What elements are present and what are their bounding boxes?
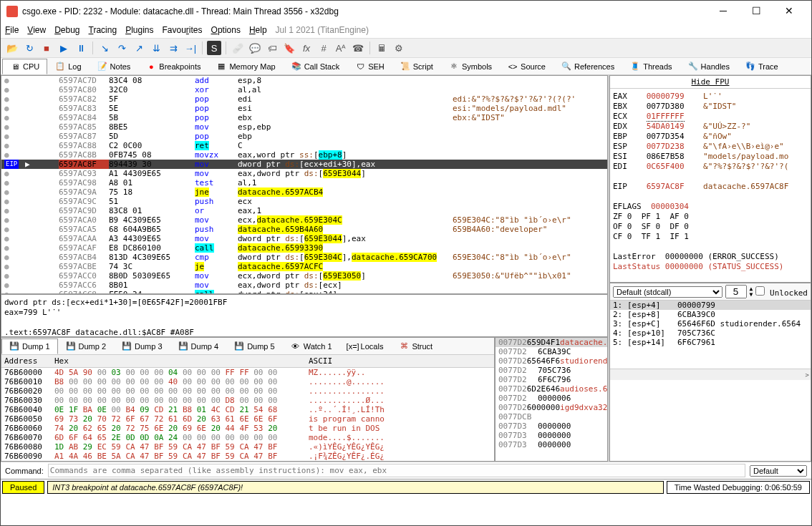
dump-col-hex[interactable]: Hex: [54, 356, 309, 366]
patches-icon[interactable]: 🩹: [231, 41, 245, 55]
tab-memorymap[interactable]: ▦Memory Map: [208, 59, 283, 74]
unlocked-checkbox[interactable]: [755, 286, 765, 296]
tab-locals[interactable]: [x=]Locals: [340, 339, 392, 354]
disasm-row[interactable]: ●6597ACAAA3 44309E65movdword ptr ds:[659…: [1, 234, 607, 243]
disasm-row[interactable]: ●6597ACC68B01moveax,dword ptr ds:[ecx]: [1, 281, 607, 290]
functions-icon[interactable]: fx: [299, 41, 314, 55]
stack-row[interactable]: 0077D30000000: [496, 422, 607, 431]
disasm-row[interactable]: ●6597ACBE74 3Cjedatacache.6597ACFC: [1, 262, 607, 271]
disasm-row[interactable]: ●6597AC98A8 01testal,1: [1, 178, 607, 187]
tab-cpu[interactable]: 🖥CPU: [2, 59, 47, 74]
tab-references[interactable]: 🔍References: [554, 59, 622, 74]
arg-row[interactable]: 3:[esp+C]65646F6D studiorender.6564: [610, 319, 811, 328]
dump-row[interactable]: 76B6002000 00 00 00 00 00 00 00 00 00 00…: [1, 386, 494, 396]
dump-row[interactable]: 76B6006074 20 62 65 20 72 75 6E 20 69 6E…: [1, 424, 494, 433]
tab-seh[interactable]: 🛡SEH: [347, 59, 392, 74]
stack-row[interactable]: 0077D265646F6studiorender.65646F6D: [496, 356, 607, 366]
stack-row[interactable]: 0077D26CBA39C: [496, 347, 607, 356]
disasm-row[interactable]: ●6597AC8B0FB745 08movzxeax,word ptr ss:[…: [1, 150, 607, 160]
disasm-row[interactable]: ●6597ACA568 604A9B65pushdatacache.659B4A…: [1, 225, 607, 234]
disasm-row[interactable]: EIP ▶6597AC8F894439 30movdword ptr ds:[e…: [1, 160, 607, 169]
stack-row[interactable]: 0077D26F6C796: [496, 375, 607, 384]
disasm-row[interactable]: ●6597AC93A1 44309E65moveax,dword ptr ds:…: [1, 169, 607, 178]
arg-row[interactable]: 5:[esp+14]6F6C7961: [610, 338, 811, 347]
tab-threads[interactable]: 🧵Threads: [622, 59, 680, 74]
dump-row[interactable]: 76B600801D AB 29 EC 59 CA 47 BF 59 CA 47…: [1, 442, 494, 452]
tab-dump4[interactable]: 💾Dump 4: [170, 339, 227, 354]
minimize-button[interactable]: ─: [707, 1, 740, 22]
disasm-row[interactable]: ●6597AC825Fpopediedi:&"?%?$?&?$?'?&?'?(?…: [1, 94, 607, 104]
command-input[interactable]: [48, 464, 745, 477]
dump-row[interactable]: 76B60090A1 4A 46 BE 5A CA 47 BF 59 CA 47…: [1, 452, 494, 461]
calls-icon[interactable]: ☎: [351, 41, 365, 55]
calling-convention-select[interactable]: Default (stdcall): [613, 286, 722, 298]
menu-view[interactable]: View: [27, 25, 46, 35]
disasm-row[interactable]: ●6597AC835Epopesiesi:"models/payload.mdl…: [1, 104, 607, 113]
run-icon[interactable]: ▶: [57, 41, 71, 55]
command-preset-select[interactable]: Default: [750, 465, 807, 477]
tab-watch1[interactable]: 👁Watch 1: [283, 339, 340, 354]
bookmarks-icon[interactable]: 🔖: [282, 41, 296, 55]
disasm-row[interactable]: ●6597AC8032C0xoral,al: [1, 85, 607, 94]
stack-row[interactable]: 0077D30000000: [496, 440, 607, 449]
maximize-button[interactable]: ☐: [740, 1, 773, 22]
disasm-row[interactable]: ●6597ACC8FF50 34calldword ptr ds:[eax+34…: [1, 290, 607, 294]
disasm-row[interactable]: ●6597AC9D83C8 01oreax,1: [1, 206, 607, 215]
tab-dump3[interactable]: 💾Dump 3: [114, 339, 170, 354]
traceover-icon[interactable]: ⇉: [166, 41, 180, 55]
stack-row[interactable]: 0077D30000000: [496, 431, 607, 440]
stack-row[interactable]: 0077D2659D4F1datacache.659D4F18: [496, 338, 607, 347]
arg-row[interactable]: 4:[esp+10]705C736C: [610, 328, 811, 338]
disasm-row[interactable]: ●6597AC9C51pushecx: [1, 197, 607, 206]
close-button[interactable]: ✕: [773, 1, 806, 22]
dump-row[interactable]: 76B600004D 5A 90 00 03 00 00 00 04 00 00…: [1, 368, 494, 377]
menu-help[interactable]: Help: [249, 25, 267, 35]
disasm-row[interactable]: ●6597AC9A75 18jnedatacache.6597ACB4: [1, 187, 607, 197]
disasm-row[interactable]: ●6597ACA0B9 4C309E65movecx,datacache.659…: [1, 215, 607, 225]
stepout-icon[interactable]: ↗: [132, 41, 146, 55]
tab-handles[interactable]: 🔧Handles: [680, 59, 738, 74]
comments-icon[interactable]: 💬: [248, 41, 262, 55]
dump-col-address[interactable]: Address: [4, 356, 54, 366]
open-icon[interactable]: 📂: [5, 41, 19, 55]
arg-count-input[interactable]: [725, 285, 747, 298]
menu-tracing[interactable]: Tracing: [89, 25, 117, 35]
disasm-row[interactable]: ●6597ACC08B0D 50309E65movecx,dword ptr d…: [1, 271, 607, 281]
stack-row[interactable]: 0077DCB: [496, 412, 607, 422]
tab-breakpoints[interactable]: ●Breakpoints: [138, 59, 208, 74]
tab-trace[interactable]: 👣Trace: [738, 59, 786, 74]
stack-row[interactable]: 0077D2705C736: [496, 366, 607, 375]
arguments-pane[interactable]: Default (stdcall) ▲▼ Unlocked 1:[esp+4]0…: [609, 283, 811, 462]
disasm-row[interactable]: ●6597AC88C2 0C00retC: [1, 141, 607, 150]
dump-col-ascii[interactable]: ASCII: [309, 356, 332, 366]
menu-favourites[interactable]: Favourites: [163, 25, 203, 35]
disasm-row[interactable]: ●6597ACB4813D 4C309E65cmpdword ptr ds:[6…: [1, 253, 607, 262]
arg-row[interactable]: 1:[esp+4]00000799: [610, 301, 811, 310]
stack-pane[interactable]: 0077D2659D4F1datacache.659D4F180077D26CB…: [495, 337, 608, 462]
disasm-row[interactable]: ●6597AC845Bpopebxebx:&"IDST": [1, 113, 607, 122]
tab-dump1[interactable]: 💾Dump 1: [1, 339, 58, 354]
disasm-row[interactable]: ●6597AC858BE5movesp,ebp: [1, 122, 607, 132]
menu-debug[interactable]: Debug: [54, 25, 79, 35]
strings-icon[interactable]: Aᴬ: [334, 41, 348, 55]
tab-script[interactable]: 📜Script: [392, 59, 441, 74]
stop-icon[interactable]: ■: [39, 41, 54, 55]
dump-pane[interactable]: 💾Dump 1 💾Dump 2 💾Dump 3 💾Dump 4 💾Dump 5 …: [1, 337, 495, 462]
variables-icon[interactable]: #: [316, 41, 331, 55]
restart-icon[interactable]: ↻: [22, 41, 37, 55]
arg-row[interactable]: 2:[esp+8]6CBA39C0: [610, 310, 811, 319]
tab-struct[interactable]: ⌘Struct: [391, 339, 440, 354]
tab-symbols[interactable]: ⚛Symbols: [441, 59, 500, 74]
disasm-row[interactable]: ●6597AC7D83C4 08addesp,8: [1, 76, 607, 85]
stack-row[interactable]: 0077D26D2E646audioses.6D2E6461: [496, 384, 607, 394]
menu-options[interactable]: Options: [211, 25, 241, 35]
disassembly-pane[interactable]: ●6597AC7D83C4 08addesp,8●6597AC8032C0xor…: [1, 75, 608, 294]
stack-row[interactable]: 0077D26000000igd9dxva32.60000000: [496, 403, 607, 412]
tab-source[interactable]: <>Source: [500, 59, 554, 74]
pause-icon[interactable]: ⏸: [74, 41, 88, 55]
settings-icon[interactable]: ⚙: [392, 41, 406, 55]
dump-row[interactable]: 76B60010B8 00 00 00 00 00 00 00 40 00 00…: [1, 377, 494, 386]
traceinto-icon[interactable]: ⇊: [149, 41, 163, 55]
tab-callstack[interactable]: 📚Call Stack: [284, 59, 348, 74]
scylla-icon[interactable]: S: [207, 41, 221, 55]
